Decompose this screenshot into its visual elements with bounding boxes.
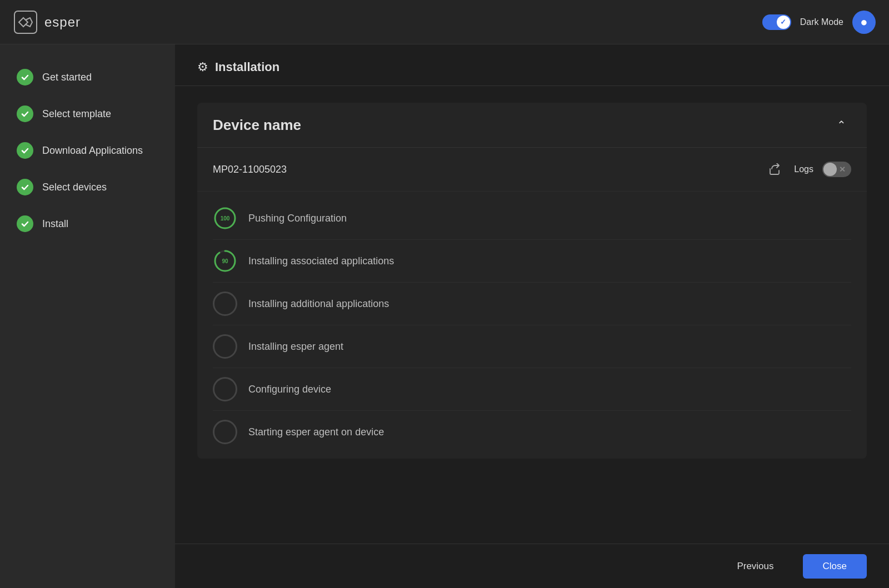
sidebar-label-download-applications: Download Applications [42,145,143,157]
logo-icon [13,10,38,34]
header: esper ✓ Dark Mode ● [0,0,889,44]
check-circle-install [17,215,33,232]
logs-toggle[interactable]: ✕ [822,162,851,177]
sidebar: Get started Select template Download App… [0,44,175,588]
check-circle-download-applications [17,142,33,159]
share-button[interactable] [764,159,785,180]
device-card: Device name ⌃ MP02-11005023 [197,103,867,459]
progress-circle-starting-agent [213,420,237,444]
previous-button[interactable]: Previous [717,554,793,579]
close-button[interactable]: Close [803,554,867,579]
share-icon [768,163,781,175]
logo-text: esper [44,14,81,30]
gear-icon: ⚙ [197,60,208,74]
device-id-label: MP02-11005023 [213,164,753,175]
toggle-check-icon: ✓ [780,18,786,26]
device-actions: Logs ✕ [764,159,851,180]
toggle-knob: ✓ [777,16,790,29]
device-name-title: Device name [213,117,301,134]
progress-list: 100 Pushing Configuration 90 [197,192,867,459]
progress-circle-configuring-device [213,377,237,401]
toggle-x-knob [823,163,837,176]
progress-circle-installing-assoc: 90 [213,249,237,273]
sidebar-label-get-started: Get started [42,72,92,83]
check-circle-get-started [17,69,33,86]
footer: Previous Close [175,544,889,588]
progress-item-installing-additional: Installing additional applications [213,283,851,325]
main-content: Device name ⌃ MP02-11005023 [175,86,889,544]
sidebar-label-select-template: Select template [42,108,111,120]
logs-button[interactable]: Logs [794,164,813,174]
sidebar-item-install[interactable]: Install [11,208,164,240]
user-icon: ● [860,15,867,29]
layout: Get started Select template Download App… [0,44,889,588]
progress-item-pushing-config: 100 Pushing Configuration [213,197,851,240]
progress-circle-pushing-config: 100 [213,206,237,230]
progress-label-installing-additional: Installing additional applications [248,298,389,310]
progress-label-configuring-device: Configuring device [248,384,331,395]
svg-rect-0 [14,11,37,33]
sidebar-label-install: Install [42,218,68,230]
progress-label-installing-agent: Installing esper agent [248,341,343,353]
progress-label-pushing-config: Pushing Configuration [248,213,347,224]
progress-circle-installing-agent [213,334,237,359]
page-title: Installation [215,60,279,74]
sidebar-label-select-devices: Select devices [42,182,107,193]
progress-item-configuring-device: Configuring device [213,368,851,411]
progress-item-installing-assoc: 90 Installing associated applications [213,240,851,283]
main: ⚙ Installation Device name ⌃ MP02-110050… [175,44,889,588]
sidebar-item-get-started[interactable]: Get started [11,61,164,93]
check-circle-select-template [17,105,33,122]
progress-label-installing-assoc: Installing associated applications [248,255,394,267]
collapse-button[interactable]: ⌃ [831,115,851,135]
progress-circle-installing-additional [213,292,237,316]
progress-number-pushing-config: 100 [221,215,230,222]
progress-number-installing-assoc: 90 [222,258,228,264]
device-card-header: Device name ⌃ [197,103,867,148]
avatar[interactable]: ● [852,11,876,34]
sidebar-item-select-template[interactable]: Select template [11,98,164,130]
dark-mode-label: Dark Mode [800,17,843,27]
main-header: ⚙ Installation [175,44,889,86]
chevron-up-icon: ⌃ [837,118,846,132]
sidebar-item-download-applications[interactable]: Download Applications [11,134,164,167]
progress-label-starting-agent: Starting esper agent on device [248,426,384,438]
logo: esper [13,10,81,34]
device-row: MP02-11005023 Logs ✕ [197,148,867,192]
toggle-x-icon: ✕ [839,165,846,174]
progress-item-installing-agent: Installing esper agent [213,325,851,368]
sidebar-item-select-devices[interactable]: Select devices [11,171,164,203]
header-right: ✓ Dark Mode ● [762,11,876,34]
progress-item-starting-agent: Starting esper agent on device [213,411,851,453]
check-circle-select-devices [17,179,33,195]
dark-mode-toggle[interactable]: ✓ [762,14,791,30]
